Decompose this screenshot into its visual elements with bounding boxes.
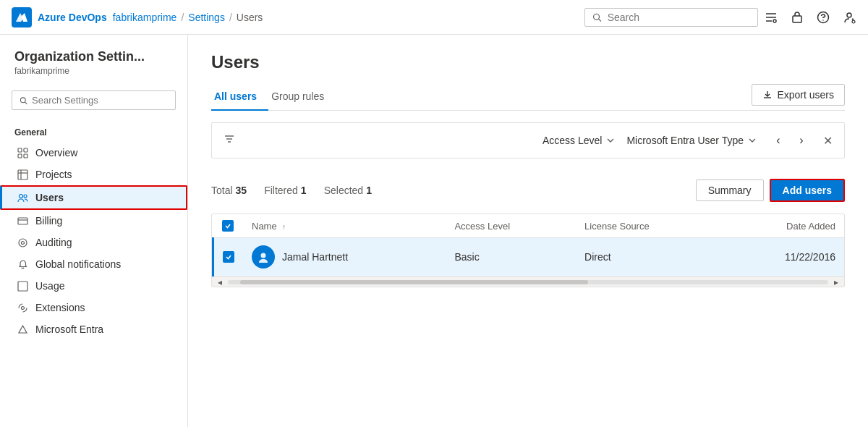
svg-point-10	[847, 13, 851, 17]
svg-rect-17	[24, 154, 27, 158]
users-table-container: Name ↑ Access Level License Source Date …	[211, 214, 845, 287]
overview-icon	[17, 147, 28, 158]
sidebar-item-usage-label: Usage	[35, 280, 64, 292]
row-date-added: 11/22/2016	[723, 238, 844, 276]
search-box[interactable]	[584, 8, 758, 27]
sidebar-item-global-notifications[interactable]: Global notifications	[0, 253, 187, 275]
stats-bar: Total35 Filtered1 Selected1 Summary Add …	[211, 170, 845, 211]
list-icon[interactable]	[764, 10, 778, 25]
sidebar-org-title: Organization Settin...	[14, 49, 173, 64]
export-btn-label: Export users	[777, 89, 834, 101]
svg-rect-15	[24, 148, 27, 152]
select-all-checkbox[interactable]	[222, 220, 234, 232]
row-checkbox[interactable]	[213, 238, 244, 276]
sidebar-item-overview-label: Overview	[35, 147, 77, 158]
sidebar-search[interactable]	[12, 90, 176, 110]
export-users-button[interactable]: Export users	[752, 84, 845, 106]
header-license-source: License Source	[576, 214, 723, 238]
svg-point-1	[594, 14, 600, 20]
page-title: Users	[211, 52, 845, 72]
scroll-right-button[interactable]: ▸	[831, 276, 841, 288]
table-row[interactable]: Jamal Hartnett Basic Direct 11/22/2016	[213, 238, 845, 276]
auditing-icon	[17, 237, 28, 248]
svg-point-12	[20, 97, 25, 102]
filter-bar: Access Level Microsoft Entra User Type ‹…	[211, 122, 845, 158]
svg-point-25	[19, 239, 27, 247]
svg-line-2	[599, 19, 601, 21]
svg-rect-16	[18, 154, 22, 158]
filter-next-button[interactable]: ›	[791, 130, 812, 151]
header-date-added: Date Added	[723, 214, 844, 238]
filter-close-button[interactable]: ✕	[823, 134, 833, 148]
main-content: Users All users Group rules Export users	[188, 35, 868, 427]
table-header-row: Name ↑ Access Level License Source Date …	[213, 214, 845, 238]
sidebar-item-users-label: Users	[35, 192, 64, 203]
tab-group-rules[interactable]: Group rules	[268, 85, 336, 111]
breadcrumb-org[interactable]: fabrikamprime	[113, 12, 177, 23]
user-name: Jamal Hartnett	[282, 251, 348, 263]
sidebar-item-users[interactable]: Users	[0, 185, 187, 210]
row-select-checkbox[interactable]	[223, 251, 234, 263]
svg-point-21	[19, 194, 22, 198]
notifications-icon	[17, 258, 28, 270]
basket-icon[interactable]	[790, 10, 804, 25]
nav-icons	[764, 10, 856, 25]
app-logo[interactable]: Azure DevOps	[12, 7, 107, 28]
chevron-down-icon	[748, 136, 757, 145]
sidebar-item-projects-label: Projects	[35, 169, 72, 180]
svg-point-22	[24, 195, 27, 198]
svg-rect-7	[793, 16, 801, 22]
svg-point-28	[21, 306, 24, 309]
avatar	[252, 245, 275, 269]
filtered-stat: Filtered1	[264, 185, 306, 196]
sidebar-resize-handle[interactable]	[184, 35, 187, 427]
filter-icon[interactable]	[224, 133, 235, 148]
header-access-level: Access Level	[446, 214, 576, 238]
sidebar-section-general: General	[0, 119, 187, 142]
add-users-button[interactable]: Add users	[770, 179, 845, 202]
tab-all-users[interactable]: All users	[211, 85, 268, 111]
sidebar-item-auditing-label: Auditing	[35, 237, 72, 248]
users-icon	[17, 192, 28, 203]
billing-icon	[17, 215, 28, 227]
search-input[interactable]	[608, 12, 750, 23]
breadcrumb-settings[interactable]: Settings	[188, 12, 225, 23]
projects-icon	[17, 169, 28, 180]
sidebar-header: Organization Settin... fabrikamprime	[0, 35, 187, 82]
sidebar-org-subtitle: fabrikamprime	[14, 66, 173, 76]
tabs-left: All users Group rules	[211, 85, 336, 110]
row-access-level: Basic	[446, 238, 576, 276]
header-name[interactable]: Name ↑	[243, 214, 446, 238]
body-layout: Organization Settin... fabrikamprime Gen…	[0, 35, 868, 427]
sidebar-item-auditing[interactable]: Auditing	[0, 232, 187, 253]
svg-point-6	[773, 20, 776, 22]
sort-asc-icon: ↑	[282, 223, 286, 231]
row-license-source: Direct	[576, 238, 723, 276]
total-stat: Total35	[211, 185, 247, 196]
help-icon[interactable]	[816, 10, 830, 25]
entra-type-label: Microsoft Entra User Type	[626, 135, 744, 146]
sidebar-item-billing[interactable]: Billing	[0, 210, 187, 232]
settings-person-icon[interactable]	[842, 10, 856, 25]
tabs-row: All users Group rules Export users	[211, 84, 845, 111]
summary-button[interactable]: Summary	[696, 179, 764, 201]
scroll-left-button[interactable]: ◂	[215, 276, 225, 288]
sidebar-search-input[interactable]	[32, 95, 168, 106]
sidebar-item-extensions[interactable]: Extensions	[0, 297, 187, 318]
filter-prev-button[interactable]: ‹	[768, 130, 788, 151]
svg-line-13	[25, 102, 27, 104]
sidebar-item-extensions-label: Extensions	[35, 302, 85, 313]
breadcrumb-users: Users	[237, 12, 263, 23]
horizontal-scrollbar[interactable]: ◂ ▸	[212, 276, 844, 287]
search-icon	[20, 96, 27, 105]
entra-icon	[17, 324, 28, 335]
entra-type-filter[interactable]: Microsoft Entra User Type	[626, 135, 757, 146]
sidebar-item-microsoft-entra[interactable]: Microsoft Entra	[0, 318, 187, 340]
sidebar-item-projects[interactable]: Projects	[0, 164, 187, 185]
access-level-filter[interactable]: Access Level	[542, 135, 615, 146]
sidebar-item-overview[interactable]: Overview	[0, 142, 187, 164]
sidebar-item-usage[interactable]: Usage	[0, 275, 187, 297]
sidebar-item-notifications-label: Global notifications	[35, 258, 121, 270]
svg-rect-14	[18, 148, 22, 152]
extensions-icon	[17, 302, 28, 313]
